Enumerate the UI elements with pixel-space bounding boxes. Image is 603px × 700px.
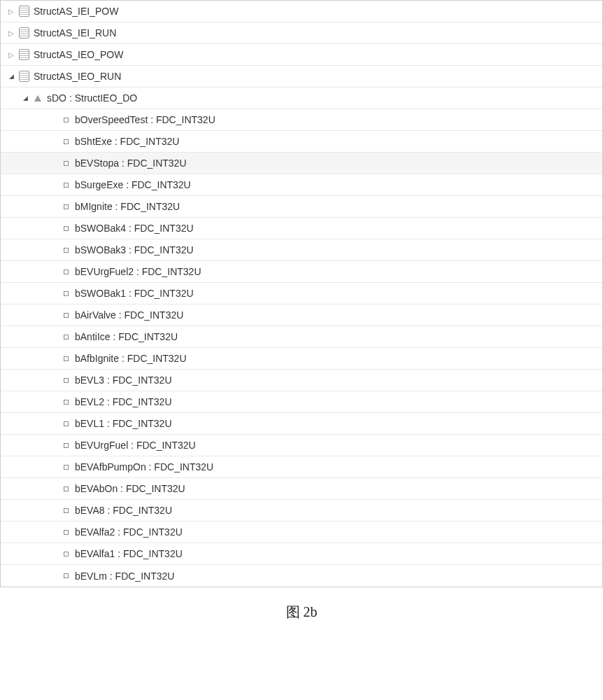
chevron-right-icon[interactable] bbox=[6, 50, 16, 59]
expander-none bbox=[48, 310, 58, 320]
tree-node-label: bSWOBak1 : FDC_INT32U bbox=[75, 288, 194, 299]
tree-node-label: StructAS_IEI_POW bbox=[34, 6, 118, 17]
tree-node-member[interactable]: bSWOBak3 : FDC_INT32U bbox=[1, 239, 602, 261]
member-icon bbox=[64, 183, 69, 188]
tree-node-root[interactable]: StructAS_IEI_RUN bbox=[1, 22, 602, 44]
tree-node-label: bOverSpeedTest : FDC_INT32U bbox=[75, 114, 215, 125]
tree-node-label: bSWOBak3 : FDC_INT32U bbox=[75, 244, 194, 255]
tree-node-label: bEVAbOn : FDC_INT32U bbox=[75, 483, 185, 494]
member-icon bbox=[64, 465, 69, 470]
tree-node-member[interactable]: bEVAlfa2 : FDC_INT32U bbox=[1, 522, 602, 543]
member-icon bbox=[64, 486, 69, 491]
tree-node-label: bSurgeExe : FDC_INT32U bbox=[75, 179, 191, 190]
tree-view: StructAS_IEI_POW StructAS_IEI_RUN Struct… bbox=[0, 0, 603, 587]
member-icon bbox=[64, 204, 69, 209]
expander-none bbox=[48, 158, 58, 168]
member-icon bbox=[64, 508, 69, 513]
tree-node-member[interactable]: bEVStopa : FDC_INT32U bbox=[1, 153, 602, 174]
tree-node-member[interactable]: bEVAlfa1 : FDC_INT32U bbox=[1, 543, 602, 565]
tree-node-member[interactable]: bSurgeExe : FDC_INT32U bbox=[1, 174, 602, 196]
tree-node-member[interactable]: bEVUrgFuel : FDC_INT32U bbox=[1, 435, 602, 456]
expander-none bbox=[48, 375, 58, 385]
tree-node-label: bEVAlfa2 : FDC_INT32U bbox=[75, 526, 183, 538]
expander-none bbox=[48, 462, 58, 472]
member-icon bbox=[64, 313, 69, 318]
chevron-down-icon[interactable] bbox=[6, 71, 16, 81]
tree-node-member[interactable]: bAirValve : FDC_INT32U bbox=[1, 304, 602, 326]
tree-node-member[interactable]: bSWOBak4 : FDC_INT32U bbox=[1, 218, 602, 239]
tree-node-label: bEVAfbPumpOn : FDC_INT32U bbox=[75, 461, 213, 472]
member-icon bbox=[64, 291, 69, 296]
expander-none bbox=[48, 288, 58, 298]
tree-node-child[interactable]: sDO : StructIEO_DO bbox=[1, 88, 602, 109]
member-icon bbox=[64, 118, 69, 122]
tree-node-label: bAirValve : FDC_INT32U bbox=[75, 309, 183, 321]
tree-node-root[interactable]: StructAS_IEO_POW bbox=[1, 44, 602, 66]
member-icon bbox=[64, 270, 69, 274]
expander-none bbox=[48, 571, 58, 581]
tree-node-member[interactable]: bMIgnite : FDC_INT32U bbox=[1, 196, 602, 218]
expander-none bbox=[48, 115, 58, 125]
tree-node-root[interactable]: StructAS_IEO_RUN bbox=[1, 66, 602, 88]
tree-node-label: bEVLm : FDC_INT32U bbox=[75, 570, 174, 582]
expander-none bbox=[48, 505, 58, 515]
chevron-down-icon[interactable] bbox=[20, 93, 30, 103]
expander-none bbox=[48, 332, 58, 342]
expander-none bbox=[48, 136, 58, 146]
chevron-right-icon[interactable] bbox=[6, 6, 16, 16]
chevron-right-icon[interactable] bbox=[6, 28, 16, 38]
member-icon bbox=[64, 356, 69, 361]
tree-node-label: bEVUrgFuel : FDC_INT32U bbox=[75, 440, 196, 451]
struct-icon bbox=[19, 49, 29, 60]
member-icon bbox=[64, 248, 69, 253]
tree-node-member[interactable]: bShtExe : FDC_INT32U bbox=[1, 131, 602, 153]
tree-node-label: bEVA8 : FDC_INT32U bbox=[75, 505, 172, 516]
tree-node-member[interactable]: bEVL2 : FDC_INT32U bbox=[1, 391, 602, 413]
tree-node-member[interactable]: bAfbIgnite : FDC_INT32U bbox=[1, 348, 602, 370]
struct-icon bbox=[19, 27, 29, 38]
expander-none bbox=[48, 202, 58, 211]
member-icon bbox=[64, 139, 69, 144]
expander-none bbox=[48, 267, 58, 276]
member-icon bbox=[64, 530, 69, 535]
tree-node-member[interactable]: bEVLm : FDC_INT32U bbox=[1, 565, 602, 587]
member-icon bbox=[64, 335, 69, 340]
member-icon bbox=[64, 421, 69, 426]
member-icon bbox=[64, 161, 69, 166]
tree-node-member[interactable]: bOverSpeedTest : FDC_INT32U bbox=[1, 109, 602, 131]
expander-none bbox=[48, 180, 58, 190]
member-icon bbox=[64, 443, 69, 448]
expander-none bbox=[48, 527, 58, 537]
tree-node-root[interactable]: StructAS_IEI_POW bbox=[1, 1, 602, 22]
struct-icon bbox=[19, 71, 29, 82]
tree-node-label: StructAS_IEO_RUN bbox=[34, 71, 121, 82]
tree-node-label: bEVUrgFuel2 : FDC_INT32U bbox=[75, 266, 201, 277]
tree-node-member[interactable]: bEVL1 : FDC_INT32U bbox=[1, 413, 602, 435]
expander-none bbox=[48, 419, 58, 428]
expander-none bbox=[48, 245, 58, 255]
tree-node-member[interactable]: bEVAfbPumpOn : FDC_INT32U bbox=[1, 456, 602, 478]
member-icon bbox=[64, 400, 69, 405]
tree-node-label: bSWOBak4 : FDC_INT32U bbox=[75, 223, 194, 234]
figure-caption: 图 2b bbox=[0, 603, 603, 622]
tree-node-label: bEVStopa : FDC_INT32U bbox=[75, 158, 187, 169]
expander-none bbox=[48, 354, 58, 363]
member-icon bbox=[64, 573, 69, 578]
tree-node-member[interactable]: bAntiIce : FDC_INT32U bbox=[1, 326, 602, 348]
tree-node-label: bEVAlfa1 : FDC_INT32U bbox=[75, 548, 183, 559]
tree-node-member[interactable]: bEVAbOn : FDC_INT32U bbox=[1, 478, 602, 500]
expander-none bbox=[48, 223, 58, 233]
tree-node-label: sDO : StructIEO_DO bbox=[47, 92, 137, 104]
tree-node-member[interactable]: bEVUrgFuel2 : FDC_INT32U bbox=[1, 261, 602, 283]
tree-node-label: bEVL3 : FDC_INT32U bbox=[75, 374, 172, 386]
tree-node-member[interactable]: bEVA8 : FDC_INT32U bbox=[1, 500, 602, 522]
tree-node-member[interactable]: bSWOBak1 : FDC_INT32U bbox=[1, 283, 602, 304]
struct-icon bbox=[19, 6, 29, 17]
tree-node-member[interactable]: bEVL3 : FDC_INT32U bbox=[1, 370, 602, 391]
expander-none bbox=[48, 549, 58, 559]
member-icon bbox=[64, 226, 69, 231]
expander-none bbox=[48, 397, 58, 407]
member-icon bbox=[64, 378, 69, 383]
tree-node-label: bShtExe : FDC_INT32U bbox=[75, 136, 179, 147]
tree-node-label: bAntiIce : FDC_INT32U bbox=[75, 331, 178, 342]
